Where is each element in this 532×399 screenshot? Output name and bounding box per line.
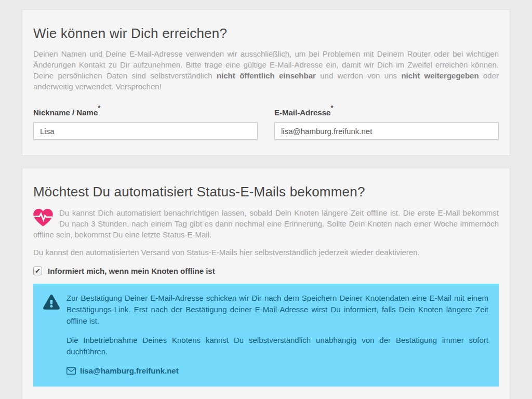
infobox-paragraph-1: Zur Bestätigung Deiner E-Mail-Adresse sc… — [66, 292, 488, 327]
infobox-paragraph-2: Die Inbetriebnahme Deines Knotens kannst… — [66, 335, 488, 357]
contact-panel-title: Wie können wir Dich erreichen? — [33, 25, 499, 42]
contact-panel: Wie können wir Dich erreichen? Deinen Na… — [22, 9, 510, 156]
email-label: E-Mail-Adresse* — [274, 108, 333, 117]
page-content: Wie können wir Dich erreichen? Deinen Na… — [22, 0, 510, 399]
nickname-field-group: Nickname / Name* — [33, 106, 258, 140]
status-mail-panel: Möchtest Du automatisiert Status-E-Mails… — [22, 168, 510, 399]
heartbeat-icon — [33, 209, 53, 227]
infobox-icon-column — [42, 292, 66, 377]
required-asterisk: * — [98, 104, 100, 112]
status-panel-title: Möchtest Du automatisiert Status-E-Mails… — [33, 184, 499, 200]
notify-checkbox-label[interactable]: Informiert mich, wenn mein Knoten offlin… — [48, 267, 215, 275]
confirmation-email-text: lisa@hamburg.freifunk.net — [80, 365, 179, 377]
envelope-icon — [66, 367, 76, 375]
notify-checkbox-row: ✔ Informiert mich, wenn mein Knoten offl… — [33, 267, 499, 275]
contact-intro-text: Deinen Namen und Deine E-Mail-Adresse ve… — [33, 48, 499, 92]
required-asterisk: * — [330, 104, 333, 112]
intro-part-2: und werden von uns — [320, 71, 397, 80]
notify-checkbox[interactable]: ✔ — [33, 267, 42, 275]
optout-text: Du kannst den automatisierten Versand vo… — [33, 247, 499, 258]
nickname-label: Nickname / Name* — [33, 108, 100, 117]
confirmation-infobox: Zur Bestätigung Deiner E-Mail-Adresse sc… — [33, 284, 499, 387]
intro-bold-2: nicht weitergegeben — [401, 71, 478, 80]
checkmark-icon: ✔ — [35, 268, 41, 274]
status-info-text: Du kannst Dich automatisiert benachricht… — [33, 207, 499, 240]
nickname-input[interactable] — [33, 122, 258, 140]
infobox-content: Zur Bestätigung Deiner E-Mail-Adresse sc… — [66, 292, 488, 377]
contact-form-row: Nickname / Name* E-Mail-Adresse* — [33, 106, 499, 140]
warning-triangle-icon — [43, 295, 60, 310]
confirmation-email-line: lisa@hamburg.freifunk.net — [66, 365, 488, 377]
email-input[interactable] — [274, 122, 499, 140]
email-field-group: E-Mail-Adresse* — [274, 106, 499, 140]
intro-bold-1: nicht öffentlich einsehbar — [217, 71, 316, 80]
